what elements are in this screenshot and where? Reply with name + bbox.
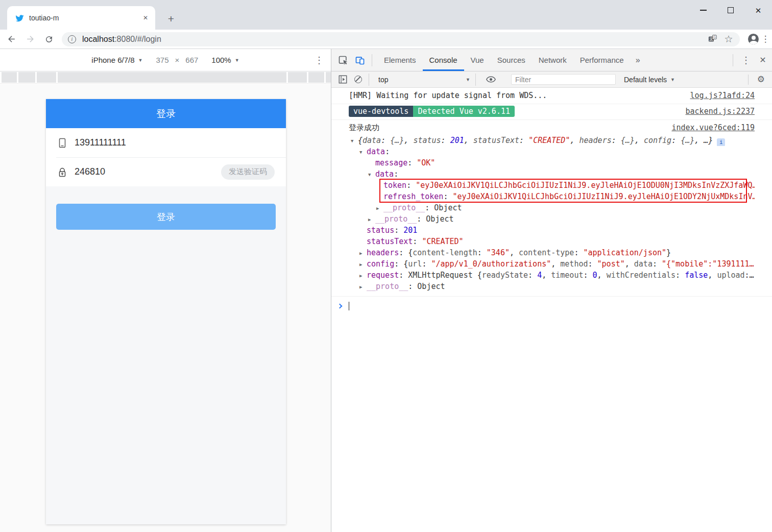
console-token: {…} xyxy=(390,136,404,145)
console-tree-line: ▼data: xyxy=(331,168,755,180)
tab-console[interactable]: Console xyxy=(423,49,464,71)
new-tab-button[interactable]: + xyxy=(164,12,178,26)
send-code-button[interactable]: 发送验证码 xyxy=(221,164,275,180)
expand-arrow-icon[interactable]: ▶ xyxy=(359,248,367,258)
info-icon[interactable]: i xyxy=(717,138,725,146)
expand-arrow-icon[interactable]: ▶ xyxy=(359,270,367,281)
console-token: false xyxy=(685,271,708,280)
login-navbar-title: 登录 xyxy=(156,107,176,120)
live-expression-button[interactable] xyxy=(486,76,496,83)
console-token: statusText xyxy=(473,136,519,145)
bookmark-star-icon[interactable]: ☆ xyxy=(722,33,735,45)
phone-input-value[interactable]: 13911111111 xyxy=(75,137,126,148)
tab-performance[interactable]: Performance xyxy=(573,49,631,71)
tab-sources[interactable]: Sources xyxy=(491,49,532,71)
ruler-segment xyxy=(2,72,17,83)
browser-menu-icon[interactable]: ⋮ xyxy=(759,34,772,44)
tab-network[interactable]: Network xyxy=(532,49,573,71)
devtools-close-icon[interactable]: ✕ xyxy=(754,55,772,65)
console-token: upload xyxy=(717,271,744,280)
url-text[interactable]: localhost:8080/#/login xyxy=(82,35,702,44)
clear-console-button[interactable] xyxy=(354,76,362,83)
console-filter-input[interactable] xyxy=(511,74,616,85)
device-toolbar-menu-icon[interactable]: ⋮ xyxy=(315,55,324,66)
reload-button[interactable] xyxy=(41,32,57,47)
console-token: : xyxy=(612,136,621,145)
console-sidebar-toggle-button[interactable] xyxy=(339,75,347,84)
console-token: : { xyxy=(394,259,408,269)
code-input-value[interactable]: 246810 xyxy=(75,166,105,177)
inspect-element-button[interactable] xyxy=(338,55,348,65)
lock-icon xyxy=(57,167,67,177)
console-prompt[interactable] xyxy=(331,297,772,311)
console-message-text: [HMR] Waiting for update signal from WDS… xyxy=(349,91,547,100)
console-token: : xyxy=(417,214,426,224)
device-name: iPhone 6/7/8 xyxy=(91,56,134,64)
source-link[interactable]: index.vue?6ced:119 xyxy=(671,123,755,133)
log-levels-select[interactable]: Default levels▼ xyxy=(624,76,675,84)
translate-button[interactable]: 文G xyxy=(706,33,718,45)
expand-arrow-icon[interactable]: ▶ xyxy=(376,203,383,213)
tab-vue[interactable]: Vue xyxy=(464,49,491,71)
maximize-icon xyxy=(728,7,734,13)
profile-avatar[interactable] xyxy=(748,34,759,44)
code-input-row[interactable]: 246810 发送验证码 xyxy=(46,157,286,186)
eye-icon xyxy=(486,76,496,83)
minimize-button[interactable] xyxy=(689,0,717,20)
console-token: : xyxy=(407,158,417,167)
login-submit-button[interactable]: 登录 xyxy=(56,204,276,230)
site-info-icon[interactable]: i xyxy=(68,35,76,43)
console-settings-icon[interactable]: ⚙ xyxy=(757,74,765,85)
address-bar[interactable]: i localhost:8080/#/login 文G ☆ xyxy=(62,32,740,46)
more-tabs-button[interactable]: » xyxy=(631,49,645,71)
collapse-arrow-icon[interactable]: ▼ xyxy=(351,135,358,146)
browser-tab[interactable]: toutiao-m ✕ xyxy=(7,6,155,30)
zoom-select[interactable]: 100%▼ xyxy=(211,56,239,64)
tab-elements[interactable]: Elements xyxy=(377,49,423,71)
console-token: : xyxy=(385,147,390,156)
console-token: , xyxy=(510,248,519,257)
console-token: headers xyxy=(367,248,399,257)
console-message-vue-devtools: backend.js:2237 vue-devtoolsDetected Vue… xyxy=(331,104,772,120)
devtools-tabbar: Elements Console Vue Sources Network Per… xyxy=(331,49,772,71)
content-area: iPhone 6/7/8▼ 375 × 667 100%▼ ⋮ xyxy=(0,49,772,532)
source-link[interactable]: log.js?1afd:24 xyxy=(690,90,755,101)
device-emulation-pane: iPhone 6/7/8▼ 375 × 667 100%▼ ⋮ xyxy=(0,49,331,532)
console-token: content-length xyxy=(413,248,477,257)
divider xyxy=(733,54,733,66)
console-token: : xyxy=(588,259,597,269)
expand-arrow-icon[interactable]: ▶ xyxy=(359,259,367,270)
login-navbar: 登录 xyxy=(46,99,286,128)
console-token: XMLHttpRequest xyxy=(408,271,472,280)
console-token: Object xyxy=(434,203,462,212)
console-token: : xyxy=(671,136,681,145)
device-width[interactable]: 375 xyxy=(156,56,169,64)
console-token: "/app/v1_0/authorizations" xyxy=(431,259,551,269)
tab-title: toutiao-m xyxy=(29,14,141,22)
maximize-button[interactable] xyxy=(717,0,744,20)
console-tree-line: refresh_token: "eyJ0eXAiOiJKV1QiLCJhbGci… xyxy=(331,191,755,202)
expand-arrow-icon[interactable]: ▶ xyxy=(368,214,375,225)
forward-arrow-icon xyxy=(26,34,35,44)
back-button[interactable] xyxy=(4,32,19,47)
tab-close-icon[interactable]: ✕ xyxy=(141,13,150,22)
console-token: 201 xyxy=(403,226,417,235)
close-button[interactable]: ✕ xyxy=(744,0,772,20)
expand-arrow-icon[interactable]: ▶ xyxy=(359,281,367,292)
device-height[interactable]: 667 xyxy=(185,56,198,64)
console-token: content-type xyxy=(519,248,574,257)
divider xyxy=(475,74,476,86)
device-select[interactable]: iPhone 6/7/8▼ xyxy=(91,56,142,64)
forward-button[interactable] xyxy=(22,32,38,47)
device-toolbar-toggle-button[interactable] xyxy=(355,55,365,65)
console-token: Object xyxy=(417,282,445,291)
collapse-arrow-icon[interactable]: ▼ xyxy=(368,169,375,180)
console-token: data xyxy=(375,170,394,179)
collapse-arrow-icon[interactable]: ▼ xyxy=(359,147,367,157)
source-link[interactable]: backend.js:2237 xyxy=(686,106,755,117)
console-token: {…} xyxy=(681,136,694,145)
phone-input-row[interactable]: 13911111111 xyxy=(46,128,286,157)
console-token: "CREATED" xyxy=(422,237,463,246)
execution-context-select[interactable]: top▼ xyxy=(378,76,475,84)
devtools-menu-icon[interactable]: ⋮ xyxy=(738,55,754,66)
